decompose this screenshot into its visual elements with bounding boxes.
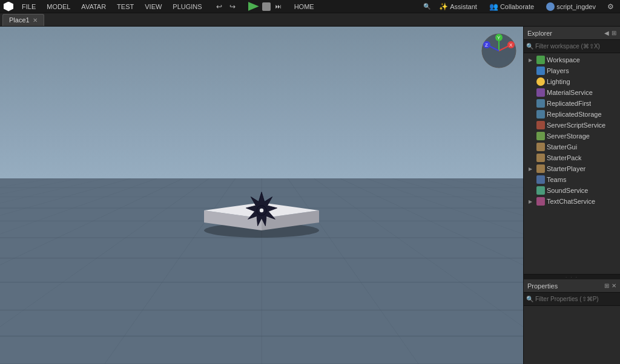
tree-item-serverstorage[interactable]: ServerStorage [524, 131, 620, 141]
tab-close-button[interactable]: ✕ [33, 17, 38, 24]
menu-view[interactable]: VIEW [142, 3, 164, 10]
replicatedfirst-label: ReplicatedFirst [547, 100, 591, 107]
redo-button[interactable]: ↪ [226, 1, 239, 13]
replicatedstorage-icon [536, 110, 545, 119]
explorer-grid-icon[interactable]: ⊞ [612, 30, 616, 36]
app-logo [4, 2, 13, 11]
tree-item-players[interactable]: Players [524, 65, 620, 76]
materialservice-icon [536, 88, 545, 97]
user-account-button[interactable]: script_ingdev [542, 2, 599, 11]
stop-button[interactable] [262, 2, 271, 11]
players-label: Players [547, 67, 569, 74]
collaborate-icon: 👥 [489, 2, 498, 11]
assistant-icon: ✨ [439, 2, 448, 11]
properties-filter-input[interactable] [535, 296, 618, 302]
serverstorage-label: ServerStorage [547, 132, 590, 140]
svg-text:X: X [509, 42, 513, 48]
tree-item-lighting[interactable]: Lighting [524, 76, 620, 87]
collaborate-button[interactable]: 👥 Collaborate [486, 2, 538, 11]
properties-panel: Properties ⊞ ✕ 🔍 [524, 279, 620, 364]
tree-item-workspace[interactable]: ▶ Workspace [524, 54, 620, 65]
soundservice-label: SoundService [547, 187, 589, 194]
properties-title: Properties [527, 282, 558, 290]
soundservice-icon [536, 186, 545, 195]
tree-item-textchatservice[interactable]: ▶ TextChatService [524, 196, 620, 207]
tree-item-teams[interactable]: Teams [524, 174, 620, 185]
filter-search-icon: 🔍 [526, 43, 533, 50]
svg-text:Z: Z [485, 42, 488, 48]
explorer-title: Explorer [527, 30, 552, 37]
replicatedfirst-icon [536, 99, 545, 108]
explorer-tree: ▶ Workspace Players Lighting [524, 53, 620, 274]
starterpack-icon [536, 154, 545, 162]
replicatedstorage-label: ReplicatedStorage [547, 111, 602, 118]
menu-bar: FILE MODEL AVATAR TEST VIEW PLUGINS ↩ ↪ … [0, 0, 620, 13]
serverscriptservice-label: ServerScriptService [547, 122, 605, 129]
lighting-label: Lighting [547, 78, 570, 85]
menu-file[interactable]: FILE [19, 3, 38, 10]
menu-avatar[interactable]: AVATAR [79, 3, 108, 10]
textchatservice-arrow: ▶ [529, 199, 535, 204]
explorer-panel: Explorer ◀ ⊞ 🔍 ▶ Workspace [524, 27, 620, 275]
svg-point-32 [260, 209, 263, 212]
tab-bar: Place1 ✕ [0, 13, 620, 27]
explorer-collapse-icon[interactable]: ◀ [604, 30, 609, 36]
tree-item-starterpack[interactable]: StarterPack [524, 152, 620, 163]
menu-test[interactable]: TEST [114, 3, 136, 10]
tab-place1-label: Place1 [9, 16, 30, 24]
explorer-header: Explorer ◀ ⊞ [524, 27, 620, 40]
assistant-button[interactable]: ✨ Assistant [435, 2, 481, 11]
workspace-arrow: ▶ [529, 57, 535, 63]
search-icon: 🔍 [423, 3, 430, 10]
explorer-filter-input[interactable] [535, 43, 618, 50]
textchatservice-label: TextChatService [547, 198, 595, 205]
tree-item-replicatedfirst[interactable]: ReplicatedFirst [524, 98, 620, 109]
serverscriptservice-icon [536, 121, 545, 129]
lighting-icon [536, 77, 545, 86]
explorer-header-icons: ◀ ⊞ [604, 30, 616, 36]
svg-text:Y: Y [497, 35, 501, 41]
textchatservice-icon [536, 197, 545, 206]
workspace-label: Workspace [547, 56, 580, 63]
undo-button[interactable]: ↩ [213, 1, 225, 13]
menu-model[interactable]: MODEL [44, 3, 73, 10]
tree-item-startergui[interactable]: StarterGui [524, 141, 620, 152]
starterplayer-label: StarterPlayer [547, 165, 585, 172]
serverstorage-icon [536, 132, 545, 140]
tree-item-serverscriptservice[interactable]: ServerScriptService [524, 120, 620, 131]
tree-item-starterplayer[interactable]: ▶ StarterPlayer [524, 163, 620, 174]
tree-item-replicatedstorage[interactable]: ReplicatedStorage [524, 109, 620, 120]
starterplayer-arrow: ▶ [529, 166, 535, 172]
viewport[interactable]: X Y Z [0, 27, 523, 364]
settings-button[interactable]: ⚙ [604, 1, 616, 13]
workspace-icon [536, 56, 545, 64]
tree-item-soundservice[interactable]: SoundService [524, 185, 620, 196]
tab-place1[interactable]: Place1 ✕ [2, 14, 44, 26]
starterpack-label: StarterPack [547, 154, 581, 161]
properties-expand-icon[interactable]: ⊞ [604, 282, 609, 289]
tree-item-materialservice[interactable]: MaterialService [524, 87, 620, 98]
step-button[interactable]: ⏭ [272, 1, 285, 13]
axis-widget: X Y Z [481, 33, 517, 69]
menu-home[interactable]: HOME [292, 3, 317, 10]
menu-right-section: 🔍 ✨ Assistant 👥 Collaborate script_ingde… [423, 1, 616, 13]
starterplayer-icon [536, 164, 545, 173]
players-icon [536, 67, 545, 75]
right-panel: Explorer ◀ ⊞ 🔍 ▶ Workspace [523, 27, 620, 364]
main-layout: X Y Z Explorer ◀ ⊞ � [0, 27, 620, 364]
properties-filter-bar: 🔍 [524, 293, 620, 306]
panel-resize-handle[interactable]: · · · [524, 275, 620, 279]
properties-close-icon[interactable]: ✕ [612, 282, 616, 289]
menu-plugins[interactable]: PLUGINS [170, 3, 204, 10]
materialservice-label: MaterialService [547, 89, 593, 96]
startergui-label: StarterGui [547, 143, 577, 151]
scene-object [195, 177, 328, 238]
properties-header-icons: ⊞ ✕ [604, 282, 616, 289]
play-button[interactable] [248, 2, 259, 11]
explorer-filter-bar: 🔍 [524, 40, 620, 53]
teams-icon [536, 175, 545, 184]
startergui-icon [536, 143, 545, 151]
properties-header: Properties ⊞ ✕ [524, 279, 620, 293]
user-icon [546, 2, 555, 11]
properties-filter-icon: 🔍 [526, 296, 533, 302]
